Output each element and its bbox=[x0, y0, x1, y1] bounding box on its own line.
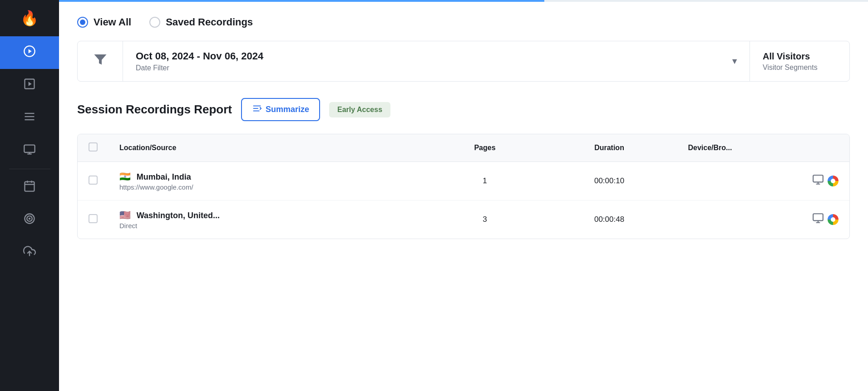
desktop-icon bbox=[812, 174, 824, 188]
summarize-label: Summarize bbox=[266, 105, 309, 114]
row-1-city: Mumbai, India bbox=[137, 172, 191, 181]
row-2-location: 🇺🇸 Washington, United... Direct bbox=[108, 200, 428, 239]
col-location: Location/Source bbox=[108, 134, 428, 162]
table-row[interactable]: 🇺🇸 Washington, United... Direct 3 00:00:… bbox=[78, 200, 849, 239]
svg-rect-7 bbox=[24, 145, 35, 152]
content-area: View All Saved Recordings Oct 08, 2024 -… bbox=[59, 2, 868, 391]
sidebar-item-calendar[interactable] bbox=[0, 171, 59, 204]
row-2-pages: 3 bbox=[428, 200, 541, 239]
report-header: Session Recordings Report Summarize Earl… bbox=[77, 98, 850, 121]
sidebar-logo: 🔥 bbox=[0, 0, 59, 36]
row-2-device bbox=[677, 200, 850, 239]
filter-date-label: Date Filter bbox=[136, 64, 737, 72]
early-access-badge: Early Access bbox=[329, 102, 390, 117]
sidebar-item-screen[interactable] bbox=[0, 134, 59, 167]
row-1-pages: 1 bbox=[428, 162, 541, 200]
col-checkbox bbox=[78, 134, 108, 162]
table: Location/Source Pages Duration Device/Br… bbox=[78, 134, 849, 239]
radio-view-all-circle bbox=[77, 17, 88, 28]
recordings-icon bbox=[23, 45, 36, 60]
svg-point-16 bbox=[29, 218, 30, 219]
summarize-icon bbox=[252, 103, 262, 116]
radio-saved-recordings-label: Saved Recordings bbox=[166, 16, 253, 28]
desktop-icon bbox=[812, 212, 824, 227]
sidebar-item-target[interactable] bbox=[0, 204, 59, 236]
recordings-table: Location/Source Pages Duration Device/Br… bbox=[77, 134, 850, 239]
filter-bar[interactable]: Oct 08, 2024 - Nov 06, 2024 Date Filter … bbox=[77, 41, 850, 82]
filter-date-range: Oct 08, 2024 - Nov 06, 2024 bbox=[136, 50, 737, 62]
row-2-checkbox-cell bbox=[78, 200, 108, 239]
logo-icon: 🔥 bbox=[20, 10, 39, 27]
row-2-source: Direct bbox=[119, 222, 417, 230]
india-flag-icon: 🇮🇳 bbox=[119, 171, 131, 181]
sidebar-item-recordings[interactable] bbox=[0, 36, 59, 69]
row-1-checkbox-cell bbox=[78, 162, 108, 200]
screen-icon bbox=[23, 143, 36, 158]
row-1-location: 🇮🇳 Mumbai, India https://www.google.com/ bbox=[108, 162, 428, 200]
sidebar-item-play[interactable] bbox=[0, 69, 59, 102]
filter-date-section[interactable]: Oct 08, 2024 - Nov 06, 2024 Date Filter … bbox=[123, 41, 750, 81]
main-content: View All Saved Recordings Oct 08, 2024 -… bbox=[59, 0, 868, 391]
svg-marker-3 bbox=[29, 82, 32, 86]
svg-marker-1 bbox=[29, 49, 32, 53]
radio-saved-recordings-circle bbox=[149, 17, 160, 28]
radio-view-all-label: View All bbox=[94, 16, 131, 28]
svg-rect-24 bbox=[813, 214, 823, 220]
report-title: Session Recordings Report bbox=[77, 103, 232, 117]
chrome-icon bbox=[828, 214, 838, 225]
row-2-checkbox[interactable] bbox=[89, 214, 98, 223]
row-1-duration: 00:00:10 bbox=[542, 162, 677, 200]
select-all-checkbox[interactable] bbox=[89, 142, 98, 152]
col-pages: Pages bbox=[428, 134, 541, 162]
radio-group: View All Saved Recordings bbox=[77, 16, 850, 28]
filter-segment-label: Visitor Segments bbox=[763, 64, 837, 72]
chevron-down-icon: ▼ bbox=[730, 57, 739, 66]
radio-view-all[interactable]: View All bbox=[77, 16, 131, 28]
row-2-city: Washington, United... bbox=[137, 211, 220, 220]
target-icon bbox=[23, 212, 36, 228]
row-1-device bbox=[677, 162, 850, 200]
sidebar-item-upload[interactable] bbox=[0, 236, 59, 269]
filter-segment-section[interactable]: All Visitors Visitor Segments bbox=[750, 41, 849, 81]
usa-flag-icon: 🇺🇸 bbox=[119, 210, 131, 220]
filter-segment-title: All Visitors bbox=[763, 51, 837, 62]
chrome-icon bbox=[828, 176, 838, 186]
upload-icon bbox=[23, 245, 36, 260]
row-1-source: https://www.google.com/ bbox=[119, 183, 417, 191]
svg-rect-10 bbox=[25, 182, 35, 191]
sidebar-divider bbox=[9, 169, 50, 169]
radio-saved-recordings[interactable]: Saved Recordings bbox=[149, 16, 253, 28]
list-icon bbox=[23, 110, 36, 126]
row-2-duration: 00:00:48 bbox=[542, 200, 677, 239]
filter-icon-section bbox=[78, 41, 123, 81]
summarize-button[interactable]: Summarize bbox=[241, 98, 320, 121]
filter-funnel-icon bbox=[92, 52, 108, 71]
play-icon bbox=[23, 78, 36, 93]
table-row[interactable]: 🇮🇳 Mumbai, India https://www.google.com/… bbox=[78, 162, 849, 200]
sidebar: 🔥 bbox=[0, 0, 59, 391]
col-device: Device/Bro... bbox=[677, 134, 850, 162]
svg-rect-21 bbox=[813, 175, 823, 182]
sidebar-item-list[interactable] bbox=[0, 102, 59, 134]
col-duration: Duration bbox=[542, 134, 677, 162]
calendar-icon bbox=[23, 180, 36, 195]
table-header-row: Location/Source Pages Duration Device/Br… bbox=[78, 134, 849, 162]
row-1-checkbox[interactable] bbox=[89, 176, 98, 185]
